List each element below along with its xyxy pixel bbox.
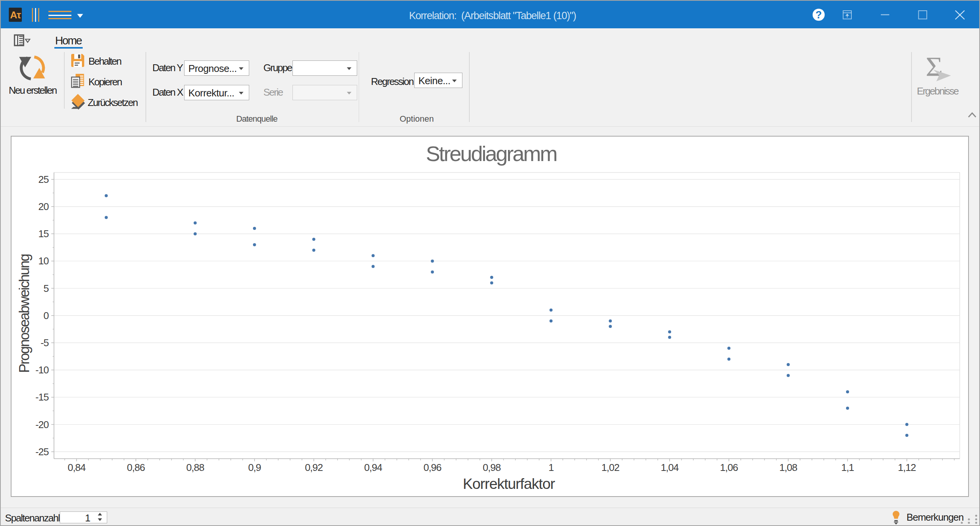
svg-text:0,94: 0,94	[364, 462, 382, 473]
svg-text:1,1: 1,1	[841, 462, 854, 473]
svg-text:1,04: 1,04	[661, 462, 679, 473]
svg-text:-15: -15	[35, 391, 49, 403]
svg-text:25: 25	[38, 174, 49, 185]
svg-text:0,86: 0,86	[127, 462, 145, 473]
svg-text:0,98: 0,98	[483, 462, 501, 473]
svg-text:1,08: 1,08	[779, 462, 797, 473]
svg-text:0: 0	[44, 310, 49, 321]
svg-text:0,9: 0,9	[248, 462, 261, 473]
svg-text:1,12: 1,12	[898, 462, 916, 473]
svg-text:1,02: 1,02	[601, 462, 619, 473]
svg-text:-20: -20	[35, 419, 49, 430]
svg-text:1: 1	[549, 462, 554, 473]
svg-text:20: 20	[38, 201, 49, 212]
svg-text:Korrekturfaktor: Korrekturfaktor	[463, 476, 555, 492]
svg-text:Prognoseabweichung: Prognoseabweichung	[16, 254, 32, 373]
svg-text:Aτ: Aτ	[10, 9, 21, 21]
svg-text:?: ?	[815, 9, 822, 21]
svg-text:15: 15	[38, 228, 49, 239]
svg-text:1,06: 1,06	[720, 462, 738, 473]
svg-text:0,88: 0,88	[186, 462, 204, 473]
svg-text:0,96: 0,96	[423, 462, 441, 473]
svg-text:-5: -5	[41, 337, 49, 348]
svg-text:-25: -25	[35, 446, 49, 458]
svg-text:0,84: 0,84	[68, 462, 86, 473]
svg-text:5: 5	[44, 283, 49, 294]
svg-text:-10: -10	[35, 364, 49, 376]
svg-text:0,92: 0,92	[305, 462, 323, 473]
svg-text:10: 10	[38, 255, 49, 267]
svg-text:Streudiagramm: Streudiagramm	[426, 142, 556, 166]
